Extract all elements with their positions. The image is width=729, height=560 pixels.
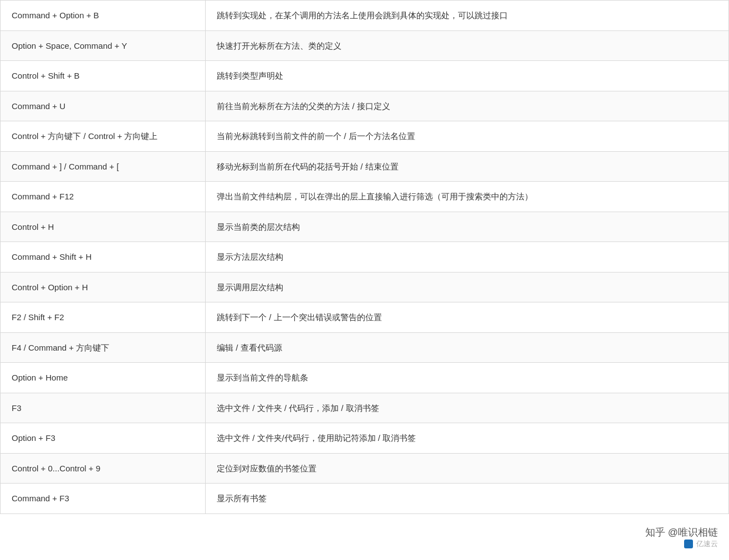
command-cell: Command + U bbox=[1, 91, 206, 121]
description-cell: 跳转到实现处，在某个调用的方法名上使用会跳到具体的实现处，可以跳过接口 bbox=[206, 1, 729, 31]
description-cell: 显示所有书签 bbox=[206, 484, 729, 514]
description-cell: 显示到当前文件的导航条 bbox=[206, 363, 729, 393]
command-cell: Control + Option + H bbox=[1, 272, 206, 302]
description-cell: 前往当前光标所在方法的父类的方法 / 接口定义 bbox=[206, 91, 729, 121]
table-row: Control + 0...Control + 9定位到对应数值的书签位置 bbox=[1, 453, 729, 484]
table-row: Command + F3显示所有书签 bbox=[1, 484, 729, 514]
description-cell: 显示调用层次结构 bbox=[206, 272, 729, 302]
description-cell: 显示方法层次结构 bbox=[206, 242, 729, 273]
command-cell: F4 / Command + 方向键下 bbox=[1, 332, 206, 363]
table-row: Control + Option + H显示调用层次结构 bbox=[1, 272, 729, 302]
watermark: 知乎 @唯识相链 亿速云 bbox=[645, 526, 718, 549]
command-cell: Control + 0...Control + 9 bbox=[1, 453, 206, 484]
description-cell: 快速打开光标所在方法、类的定义 bbox=[206, 30, 729, 61]
table-row: Option + Home显示到当前文件的导航条 bbox=[1, 363, 729, 393]
table-row: F3选中文件 / 文件夹 / 代码行，添加 / 取消书签 bbox=[1, 393, 729, 423]
table-row: Command + U前往当前光标所在方法的父类的方法 / 接口定义 bbox=[1, 91, 729, 121]
command-cell: Command + Shift + H bbox=[1, 242, 206, 273]
watermark-brand: 知乎 @唯识相链 bbox=[645, 526, 718, 539]
description-cell: 弹出当前文件结构层，可以在弹出的层上直接输入进行筛选（可用于搜索类中的方法） bbox=[206, 182, 729, 212]
command-cell: Control + Shift + B bbox=[1, 61, 206, 91]
table-row: Control + Shift + B跳转到类型声明处 bbox=[1, 61, 729, 91]
shortcuts-table: Command + Option + B跳转到实现处，在某个调用的方法名上使用会… bbox=[0, 0, 729, 514]
command-cell: Option + Home bbox=[1, 363, 206, 393]
command-cell: Command + Option + B bbox=[1, 1, 206, 31]
table-row: Control + 方向键下 / Control + 方向键上当前光标跳转到当前… bbox=[1, 121, 729, 152]
description-cell: 选中文件 / 文件夹/代码行，使用助记符添加 / 取消书签 bbox=[206, 423, 729, 454]
table-row: Command + Shift + H显示方法层次结构 bbox=[1, 242, 729, 273]
command-cell: Command + F3 bbox=[1, 484, 206, 514]
table-row: Command + F12弹出当前文件结构层，可以在弹出的层上直接输入进行筛选（… bbox=[1, 182, 729, 212]
description-cell: 选中文件 / 文件夹 / 代码行，添加 / 取消书签 bbox=[206, 393, 729, 423]
watermark-icon bbox=[684, 540, 693, 548]
command-cell: Option + F3 bbox=[1, 423, 206, 454]
table-row: Command + Option + B跳转到实现处，在某个调用的方法名上使用会… bbox=[1, 1, 729, 31]
description-cell: 编辑 / 查看代码源 bbox=[206, 332, 729, 363]
command-cell: Command + F12 bbox=[1, 182, 206, 212]
table-row: Option + Space, Command + Y快速打开光标所在方法、类的… bbox=[1, 30, 729, 61]
description-cell: 当前光标跳转到当前文件的前一个 / 后一个方法名位置 bbox=[206, 121, 729, 152]
description-cell: 显示当前类的层次结构 bbox=[206, 212, 729, 242]
command-cell: Control + H bbox=[1, 212, 206, 242]
table-row: F4 / Command + 方向键下编辑 / 查看代码源 bbox=[1, 332, 729, 363]
description-cell: 跳转到下一个 / 上一个突出错误或警告的位置 bbox=[206, 302, 729, 333]
description-cell: 定位到对应数值的书签位置 bbox=[206, 453, 729, 484]
table-row: F2 / Shift + F2跳转到下一个 / 上一个突出错误或警告的位置 bbox=[1, 302, 729, 333]
command-cell: Control + 方向键下 / Control + 方向键上 bbox=[1, 121, 206, 152]
table-row: Option + F3选中文件 / 文件夹/代码行，使用助记符添加 / 取消书签 bbox=[1, 423, 729, 454]
table-row: Control + H显示当前类的层次结构 bbox=[1, 212, 729, 242]
command-cell: Option + Space, Command + Y bbox=[1, 30, 206, 61]
table-row: Command + ] / Command + [移动光标到当前所在代码的花括号… bbox=[1, 151, 729, 182]
description-cell: 跳转到类型声明处 bbox=[206, 61, 729, 91]
command-cell: Command + ] / Command + [ bbox=[1, 151, 206, 182]
command-cell: F2 / Shift + F2 bbox=[1, 302, 206, 333]
command-cell: F3 bbox=[1, 393, 206, 423]
watermark-sub: 亿速云 bbox=[645, 539, 718, 549]
description-cell: 移动光标到当前所在代码的花括号开始 / 结束位置 bbox=[206, 151, 729, 182]
